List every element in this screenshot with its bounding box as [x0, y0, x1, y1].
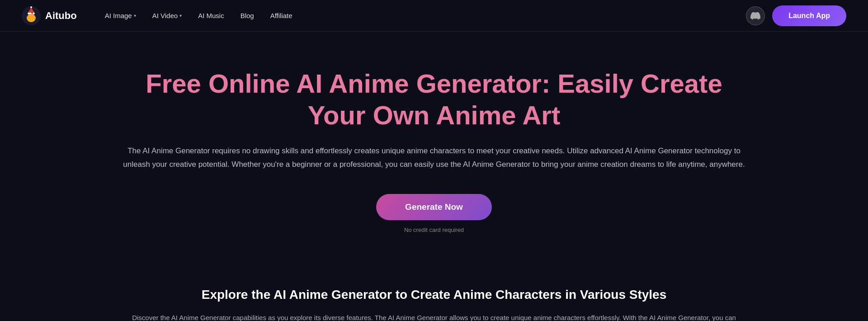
- explore-section: Explore the AI Anime Generator to Create…: [0, 260, 868, 321]
- nav-item-blog[interactable]: Blog: [234, 8, 260, 23]
- logo-text: Aitubo: [45, 10, 77, 22]
- nav-item-ai-image[interactable]: AI Image ▾: [99, 8, 142, 23]
- explore-title: Explore the AI Anime Generator to Create…: [90, 288, 778, 302]
- launch-app-button[interactable]: Launch App: [772, 5, 846, 26]
- logo-icon: [22, 6, 41, 25]
- nav-right: Launch App: [746, 5, 846, 26]
- nav-label-ai-image: AI Image: [105, 12, 132, 19]
- discord-button[interactable]: [746, 6, 765, 25]
- nav-links: AI Image ▾ AI Video ▾ AI Music Blog Affi…: [99, 8, 746, 23]
- nav-label-blog: Blog: [241, 12, 254, 19]
- discord-icon: [750, 11, 760, 21]
- nav-label-ai-video: AI Video: [152, 12, 178, 19]
- hero-section: Free Online AI Anime Generator: Easily C…: [0, 32, 868, 260]
- nav-label-affiliate: Affiliate: [270, 12, 292, 19]
- logo-link[interactable]: Aitubo: [22, 6, 77, 25]
- svg-point-5: [30, 6, 32, 8]
- nav-label-ai-music: AI Music: [198, 12, 224, 19]
- hero-description: The AI Anime Generator requires no drawi…: [118, 144, 750, 171]
- chevron-down-icon: ▾: [134, 13, 136, 18]
- nav-item-ai-video[interactable]: AI Video ▾: [146, 8, 188, 23]
- chevron-down-icon: ▾: [179, 13, 182, 18]
- nav-item-affiliate[interactable]: Affiliate: [264, 8, 299, 23]
- hero-title: Free Online AI Anime Generator: Easily C…: [140, 68, 728, 131]
- no-credit-text: No credit card required: [404, 227, 464, 233]
- nav-item-ai-music[interactable]: AI Music: [192, 8, 231, 23]
- svg-point-6: [32, 12, 33, 14]
- explore-description: Discover the AI Anime Generator capabili…: [118, 312, 750, 321]
- generate-now-button[interactable]: Generate Now: [376, 194, 492, 220]
- navbar: Aitubo AI Image ▾ AI Video ▾ AI Music Bl…: [0, 0, 868, 32]
- svg-rect-4: [28, 13, 35, 14]
